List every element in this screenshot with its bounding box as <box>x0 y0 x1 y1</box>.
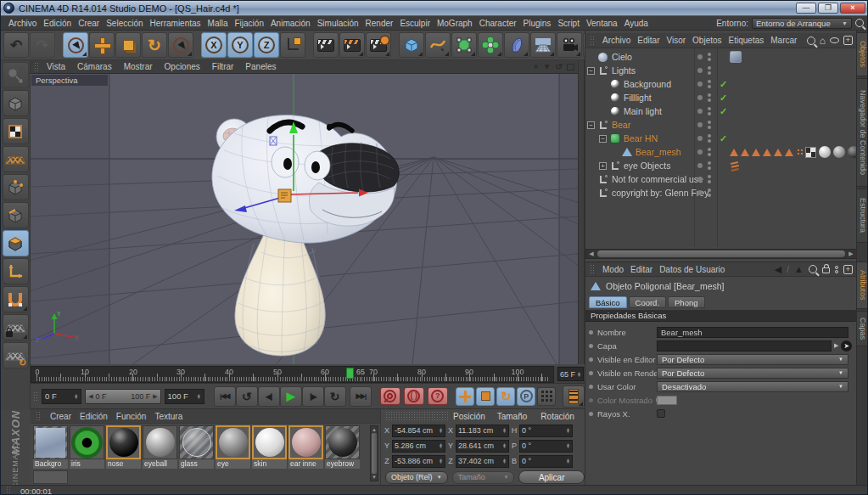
tab-basico[interactable]: Básico <box>589 296 627 308</box>
menu-edicion[interactable]: Edición <box>41 18 74 29</box>
render-view-button[interactable] <box>313 32 339 58</box>
panel-grip[interactable] <box>590 264 596 274</box>
key-parameter-toggle[interactable]: P <box>517 387 535 406</box>
om-menu-marcar[interactable]: Marcar <box>770 36 797 45</box>
snap-button[interactable] <box>3 286 29 312</box>
position-z-field[interactable]: -53.886 cm▲▼ <box>392 455 445 468</box>
live-selection-button[interactable] <box>63 32 88 58</box>
title-bar[interactable]: CINEMA 4D R14.014 Studio DEMO - [QS_Hair… <box>1 1 868 16</box>
current-frame-marker[interactable] <box>346 368 354 379</box>
next-key-button[interactable]: ↻ <box>324 386 346 407</box>
spinner-icon[interactable]: ▲▼ <box>197 394 201 399</box>
lock-icon[interactable] <box>822 267 830 273</box>
material-thumbnail[interactable] <box>216 425 250 459</box>
menu-plugins[interactable]: Plugins <box>521 18 554 29</box>
om-menu-etiquetas[interactable]: Etiquetas <box>729 36 764 45</box>
material-thumbnail[interactable] <box>33 425 68 459</box>
workplane-lock-button[interactable] <box>3 314 29 340</box>
menu-ayuda[interactable]: Ayuda <box>622 18 651 29</box>
panel-grip[interactable] <box>36 411 42 421</box>
add-generator-button[interactable] <box>451 32 477 58</box>
undo-button[interactable]: ↶ <box>3 32 29 58</box>
last-tool-button[interactable] <box>168 32 193 58</box>
nombre-field[interactable]: Bear_mesh <box>657 327 848 338</box>
material-thumbnail[interactable] <box>70 425 104 459</box>
range-slider[interactable]: ◀ 0 F 100 F ▶ <box>85 389 160 404</box>
edges-mode-button[interactable] <box>3 202 29 228</box>
object-manager-scrollbar[interactable]: ◀ ▶ <box>585 249 857 259</box>
size-y-field[interactable]: 28.641 cm▲▼ <box>456 440 509 453</box>
restore-button[interactable]: ❐ <box>818 3 838 14</box>
material-skin[interactable]: skin <box>252 425 287 469</box>
material-eyebrow[interactable]: eyebrow <box>325 425 360 469</box>
render-picture-viewer-button[interactable] <box>339 32 365 58</box>
current-frame-field[interactable]: 65 F ▲▼ <box>557 367 584 381</box>
keyframe-presets-button[interactable] <box>563 385 585 408</box>
range-right-icon[interactable]: ▶ <box>153 393 157 400</box>
dolly-view-icon[interactable]: ▼ <box>543 62 552 71</box>
uvw-tag[interactable] <box>805 147 816 158</box>
workplane-mode-button[interactable] <box>3 146 29 172</box>
menu-simulacion[interactable]: Simulación <box>315 18 361 29</box>
tab-coord[interactable]: Coord. <box>629 296 667 308</box>
material-thumbnail[interactable] <box>252 425 287 459</box>
chevron-right-icon[interactable]: ▶ <box>834 342 838 349</box>
material-eyeball[interactable]: eyeball <box>143 425 177 469</box>
render-settings-button[interactable] <box>366 32 391 58</box>
om-menu-editar[interactable]: Editar <box>637 36 659 45</box>
scroll-thumb[interactable] <box>372 433 377 474</box>
range-start-field[interactable]: 0 F ▲▼ <box>42 389 81 404</box>
material-glass[interactable]: glass <box>179 425 214 469</box>
material-thumbnail[interactable] <box>106 425 141 459</box>
material-thumbnail[interactable] <box>288 425 323 459</box>
usar-color-dropdown[interactable]: Desactivado▼ <box>657 381 848 392</box>
lock-x-axis-button[interactable]: X <box>201 32 227 58</box>
add-environment-button[interactable] <box>530 32 556 58</box>
menu-seleccion[interactable]: Selección <box>104 18 145 29</box>
model-mode-button[interactable] <box>3 90 29 116</box>
selection-tag[interactable] <box>741 149 749 156</box>
spinner-icon[interactable]: ▲▼ <box>74 394 78 399</box>
add-deformer-button[interactable] <box>504 32 529 58</box>
viewport-menu-mostrar[interactable]: Mostrar <box>119 62 158 71</box>
selection-tag[interactable] <box>752 149 760 156</box>
panel-grip[interactable] <box>34 62 40 72</box>
material-thumbnail[interactable] <box>143 425 177 459</box>
redo-button[interactable]: ↷ <box>30 32 55 58</box>
panel-grip[interactable] <box>385 411 450 421</box>
tree-row-copyright[interactable]: copyright by: Glenn Frey <box>585 186 857 200</box>
material-nose[interactable]: nose <box>106 425 141 469</box>
material-iris[interactable]: iris <box>70 425 104 469</box>
key-position-toggle[interactable] <box>456 387 474 406</box>
tree-row-eye-objects[interactable]: + eye Objects <box>585 159 857 172</box>
autokey-button[interactable]: ( ) <box>404 387 424 405</box>
minimize-button[interactable]: — <box>796 3 816 14</box>
key-pla-toggle[interactable] <box>537 387 556 406</box>
coordinate-system-button[interactable] <box>280 32 305 58</box>
rotate-tool-button[interactable]: ↻ <box>142 32 167 58</box>
size-x-field[interactable]: 11.183 cm▲▼ <box>456 425 509 437</box>
viewport-menu-opciones[interactable]: Opciones <box>160 62 205 71</box>
om-menu-archivo[interactable]: Archivo <box>602 36 630 45</box>
tree-row-bear[interactable]: − Bear <box>585 118 857 132</box>
am-menu-datos[interactable]: Datos de Usuario <box>659 265 725 274</box>
size-mode-dropdown[interactable]: Tamaño▼ <box>452 471 515 484</box>
position-y-field[interactable]: 5.286 cm▲▼ <box>392 440 445 453</box>
material-eye[interactable]: eye <box>216 425 250 469</box>
lock-z-axis-button[interactable]: Z <box>254 32 279 58</box>
tree-row-filllight[interactable]: Filllight ✓ <box>585 91 857 104</box>
workplane-align-button[interactable]: ↻ <box>3 342 29 368</box>
material-menu-funcion[interactable]: Función <box>116 412 147 421</box>
material-thumbnail[interactable] <box>325 425 360 459</box>
selection-tag[interactable] <box>785 149 793 156</box>
panel-grip[interactable] <box>33 391 39 402</box>
rotation-h-field[interactable]: 0 °▲▼ <box>519 425 573 437</box>
add-spline-button[interactable] <box>425 32 451 58</box>
rayos-x-checkbox[interactable] <box>657 409 665 418</box>
material-menu-crear[interactable]: Crear <box>50 412 71 421</box>
visible-editor-dropdown[interactable]: Por Defecto▼ <box>657 354 848 365</box>
scroll-down-icon[interactable]: ▼ <box>372 475 377 480</box>
apply-button[interactable]: Aplicar <box>518 470 585 484</box>
panel-grip[interactable] <box>6 486 12 495</box>
range-left-icon[interactable]: ◀ <box>88 393 92 400</box>
